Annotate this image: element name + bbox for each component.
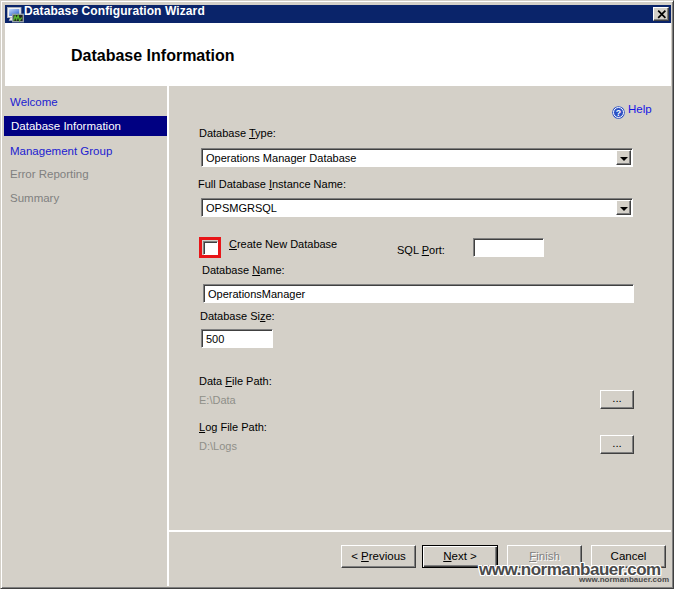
svg-text:?: ? (616, 108, 621, 118)
